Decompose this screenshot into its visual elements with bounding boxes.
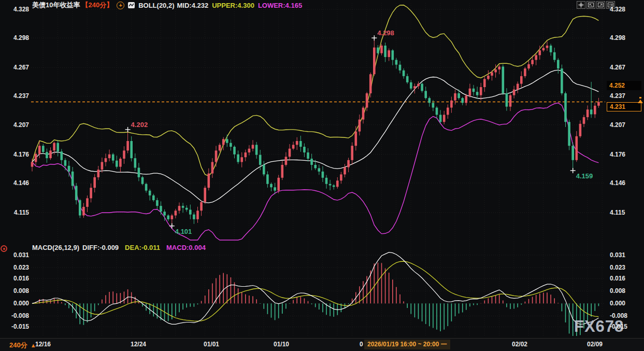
x-axis-tick: 02/02 bbox=[512, 341, 527, 348]
jump-latest-icon[interactable] bbox=[606, 1, 615, 9]
crosshair-datetime-box: 2026/01/19 16:00 ~ 20:00 一 bbox=[364, 340, 450, 349]
instrument-title: 美债10年收益率 bbox=[32, 1, 80, 10]
indicator-settings-icon[interactable] bbox=[1, 245, 7, 252]
macd-hist-value: MACD:0.004 bbox=[166, 244, 206, 251]
x-axis-tick: 01/01 bbox=[204, 341, 219, 348]
period-badge: 【240分】 bbox=[81, 1, 113, 10]
watermark: FX678 bbox=[574, 317, 624, 336]
macd-dea-value: DEA:-0.011 bbox=[125, 244, 160, 251]
pan-left-icon[interactable] bbox=[586, 1, 595, 9]
chart-header: 美债10年收益率 【240分】 + BOLL(20,2) MID:4.232 U… bbox=[32, 1, 302, 10]
x-axis-partial-tick: 0 bbox=[360, 341, 363, 348]
last-price-marker: 4.231 bbox=[607, 102, 641, 111]
macd-label: MACD(26,12,9) bbox=[32, 244, 79, 251]
x-axis-tick: 12/24 bbox=[131, 341, 146, 348]
crosshair-icon[interactable] bbox=[577, 1, 585, 9]
boll-lower: LOWER:4.165 bbox=[258, 2, 302, 9]
chart-toolbar bbox=[577, 1, 615, 9]
boll-mid: MID:4.232 bbox=[177, 2, 209, 9]
macd-header: MACD(26,12,9) DIFF:-0.009 DEA:-0.011 MAC… bbox=[32, 244, 206, 251]
pan-right-icon[interactable] bbox=[596, 1, 605, 9]
x-axis-tick: 01/10 bbox=[274, 341, 289, 348]
macd-diff-value: DIFF:-0.009 bbox=[82, 244, 119, 251]
chart-canvas[interactable] bbox=[0, 0, 644, 351]
x-axis-tick: 02/09 bbox=[587, 341, 603, 348]
timeframe-button[interactable]: 240分▲ bbox=[9, 341, 36, 350]
x-axis: 240分▲ 0 2026/01/19 16:00 ~ 20:00 一 12/16… bbox=[0, 338, 644, 351]
chart-window: 美债10年收益率 【240分】 + BOLL(20,2) MID:4.232 U… bbox=[0, 0, 644, 351]
add-indicator-icon[interactable]: + bbox=[117, 2, 124, 9]
secondary-price-marker: 4.252 bbox=[607, 81, 641, 90]
x-axis-tick: 12/16 bbox=[35, 341, 51, 348]
line-chart-icon bbox=[128, 2, 135, 8]
boll-upper: UPPER:4.300 bbox=[212, 2, 254, 9]
price-arrow-marker bbox=[638, 100, 643, 103]
boll-label: BOLL(20,2) bbox=[138, 2, 174, 9]
